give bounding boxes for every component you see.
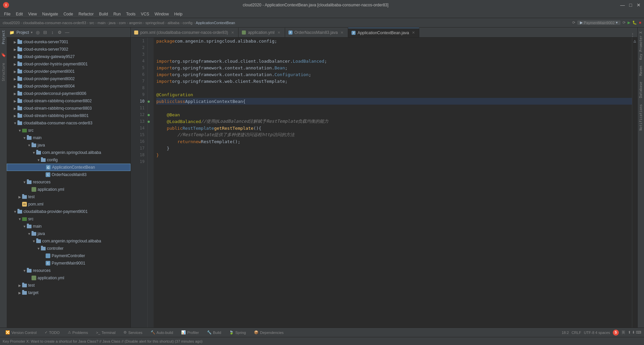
tree-item-payment8004[interactable]: ▶ cloud-provider-payment8004 [7, 82, 130, 90]
tree-item-config83[interactable]: ▼ config [7, 156, 130, 164]
key-promoter-panel[interactable]: Key Promoter X [638, 29, 643, 62]
tree-item-rabbit8802[interactable]: ▶ cloud-stream-rabbitmq-consumer8802 [7, 97, 130, 105]
bc-alibaba[interactable]: alibaba [167, 21, 179, 25]
menu-edit[interactable]: Edit [13, 11, 25, 17]
tree-item-hystrix8001[interactable]: ▶ cloud-provider-hystrix-payment8001 [7, 60, 130, 68]
tree-item-payctrl[interactable]: PaymentController [7, 252, 130, 260]
menu-refactor[interactable]: Refactor [76, 11, 96, 17]
menu-file[interactable]: File [1, 11, 13, 17]
tree-item-src9001[interactable]: ▼ src [7, 215, 130, 223]
bookmarks-icon[interactable]: 🔖 [0, 46, 6, 63]
maven-panel[interactable]: Maven [638, 63, 643, 78]
status-tab-dependencies[interactable]: 📦 Dependencies [251, 328, 286, 337]
tree-item-payment8001[interactable]: ▶ cloud-provider-payment8001 [7, 68, 130, 75]
menu-tools[interactable]: Tools [123, 11, 138, 17]
menu-view[interactable]: View [25, 11, 40, 17]
menu-build[interactable]: Build [96, 11, 111, 17]
tree-item-resources9001[interactable]: ▼ resources [7, 267, 130, 274]
bc-main[interactable]: main [98, 21, 106, 25]
bc-springcloud[interactable]: springcloud [145, 21, 164, 25]
tree-item-src83[interactable]: ▼ src [7, 127, 130, 134]
status-tab-build[interactable]: 🔧 Build [204, 328, 224, 337]
toolbar-debug-btn[interactable]: 🐛 [632, 20, 637, 25]
code-content[interactable]: package com.angenin.springcloud.alibaba.… [154, 38, 632, 328]
tab-overflow[interactable]: ⋮ [631, 33, 637, 37]
tree-item-payment8002[interactable]: ▶ cloud-provider-payment8002 [7, 75, 130, 82]
status-crlf[interactable]: CRLF [572, 331, 581, 335]
notifications-panel[interactable]: Notifications [638, 102, 643, 133]
tab-close-appctxbean[interactable]: ✕ [411, 31, 416, 35]
status-tab-problems[interactable]: ⚠ Problems [65, 328, 91, 337]
database-panel[interactable]: Database [638, 79, 643, 101]
toolbar-stop-btn[interactable]: ■ [639, 20, 641, 25]
project-dropdown[interactable]: ▾ [31, 31, 33, 34]
locate-icon[interactable]: ◎ [35, 30, 41, 36]
status-tab-versioncontrol[interactable]: 🔀 Version Control [3, 328, 39, 337]
menu-help[interactable]: Help [171, 11, 185, 17]
bc-src[interactable]: src [89, 21, 94, 25]
tree-item-ordernacmain83[interactable]: C OrderNacosMain83 [7, 171, 130, 178]
tree-item-nacos83[interactable]: ▼ cloudalibaba-consumer-nacos-order83 [7, 119, 130, 127]
minimize-button[interactable]: — [620, 2, 625, 8]
scroll-top[interactable]: △ [632, 38, 637, 44]
menu-vcs[interactable]: VCS [138, 11, 152, 17]
settings-icon[interactable]: ⚙ [57, 30, 63, 36]
tree-item-java83[interactable]: ▼ java [7, 141, 130, 149]
tree-item-rabbit8801[interactable]: ▶ cloud-stream-rabbitmq-provider8801 [7, 112, 130, 119]
toolbar-run-btn[interactable]: ▶ [628, 20, 630, 25]
tab-pom[interactable]: pom.xml (cloudalibaba-consumer-nacos-ord… [131, 28, 238, 37]
tree-item-gateway9527[interactable]: ▶ cloud-gateway-gateway9527 [7, 53, 130, 60]
tree-item-ctrl9001[interactable]: ▼ controller [7, 245, 130, 252]
tree-item-java9001[interactable]: ▼ java [7, 230, 130, 237]
status-tab-services[interactable]: ⚙ Services [121, 328, 145, 337]
tab-ordernacmain83[interactable]: J OrderNacosMain83.java ✕ [285, 28, 348, 37]
menu-window[interactable]: Window [152, 11, 172, 17]
tree-item-nacos9001[interactable]: ▼ cloudalibaba-provider-payment9001 [7, 208, 130, 215]
tree-item-paymain9001[interactable]: C PaymentMain9001 [7, 260, 130, 267]
tree-item-consul8006[interactable]: ▶ cloud-providerconsul-payment8006 [7, 90, 130, 97]
project-icon[interactable]: Project [0, 29, 6, 46]
status-tab-spring[interactable]: 🍃 Spring [226, 328, 249, 337]
tab-appyml[interactable]: application.yml ✕ [238, 28, 285, 37]
bc-icon-sync[interactable]: ⟳ [572, 20, 575, 25]
tree-item-com9001[interactable]: ▼ com.angenin.springcloud.alibaba [7, 237, 130, 245]
tree-item-target9001[interactable]: ▶ target [7, 289, 130, 296]
menu-run[interactable]: Run [111, 11, 123, 17]
bc-config[interactable]: config [183, 21, 193, 25]
bc-angenin[interactable]: angenin [129, 21, 142, 25]
status-tab-todo[interactable]: ✓ TODO [42, 328, 62, 337]
tree-item-main9001[interactable]: ▼ main [7, 223, 130, 230]
close-button[interactable]: ✕ [636, 2, 641, 8]
tree-item-eureka7002[interactable]: ▶ cloud-eureka-server7002 [7, 46, 130, 53]
close-panel-icon[interactable]: — [64, 30, 70, 36]
status-tab-autobuild[interactable]: 🔨 Auto-build [148, 328, 176, 337]
tree-item-appyml9001[interactable]: application.yml [7, 274, 130, 282]
tab-appctxbean[interactable]: J ApplicationContextBean.java ✕ [348, 28, 419, 37]
bc-java[interactable]: java [109, 21, 115, 25]
bc-cloud2020[interactable]: cloud2020 [3, 21, 20, 25]
collapse-icon[interactable]: ⊟ [42, 30, 48, 36]
maximize-button[interactable]: □ [628, 2, 633, 8]
tree-item-rabbit8803[interactable]: ▶ cloud-stream-rabbitmq-consumer8803 [7, 105, 130, 112]
tree-item-resources83[interactable]: ▼ resources [7, 178, 130, 186]
status-tab-terminal[interactable]: >_ Terminal [93, 328, 118, 337]
tree-item-com83[interactable]: ▼ com.angenin.springcloud.alibaba [7, 149, 130, 156]
tree-item-appctxbean[interactable]: C ApplicationContextBean [7, 164, 130, 171]
status-tab-profiler[interactable]: 📊 Profiler [178, 328, 202, 337]
status-charset[interactable]: UTF-8 4 spaces [584, 331, 610, 335]
tab-close-ordernacmain83[interactable]: ✕ [340, 30, 344, 35]
tree-item-pom83[interactable]: m pom.xml [7, 200, 130, 208]
bc-module[interactable]: cloudalibaba-consumer-nacos-order83 [23, 21, 86, 25]
toolbar-refresh[interactable]: ⟳ [623, 20, 626, 25]
bc-com[interactable]: com [119, 21, 126, 25]
run-config-selector[interactable]: ▶ PaymentMain9002 ▾ [577, 20, 621, 25]
tree-item-test9001[interactable]: ▶ test [7, 282, 130, 289]
sort-icon[interactable]: ↕ [49, 30, 55, 36]
tree-item-eureka7001[interactable]: ▶ cloud-eureka-server7001 [7, 38, 130, 46]
tree-item-main83[interactable]: ▼ main [7, 134, 130, 141]
tab-close-appyml[interactable]: ✕ [277, 30, 281, 35]
structure-icon[interactable]: Structure [0, 64, 6, 80]
menu-navigate[interactable]: Navigate [40, 11, 61, 17]
tree-item-test83[interactable]: ▶ test [7, 193, 130, 200]
menu-code[interactable]: Code [61, 11, 76, 17]
